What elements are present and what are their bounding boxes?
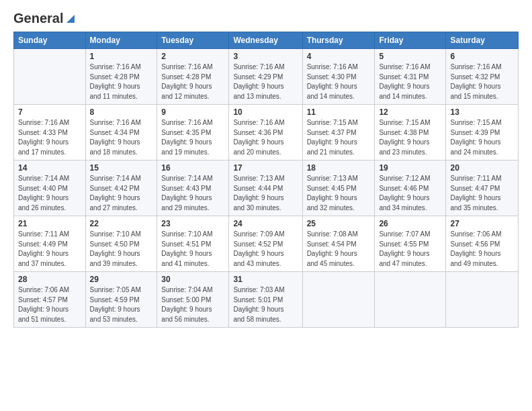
calendar-day-cell: 20Sunrise: 7:11 AMSunset: 4:47 PMDayligh…	[446, 161, 519, 216]
day-number: 10	[233, 107, 298, 117]
day-detail: Sunrise: 7:13 AMSunset: 4:45 PMDaylight:…	[307, 174, 371, 213]
day-number: 11	[307, 107, 371, 117]
calendar-day-cell: 17Sunrise: 7:13 AMSunset: 4:44 PMDayligh…	[229, 161, 302, 216]
day-detail: Sunrise: 7:04 AMSunset: 5:00 PMDaylight:…	[161, 285, 224, 324]
weekday-header-row: SundayMondayTuesdayWednesdayThursdayFrid…	[14, 32, 519, 49]
day-number: 5	[379, 52, 441, 61]
day-detail: Sunrise: 7:10 AMSunset: 4:51 PMDaylight:…	[161, 230, 224, 269]
day-number: 26	[379, 219, 441, 228]
day-number: 7	[18, 107, 81, 117]
day-number: 23	[161, 219, 224, 228]
calendar-day-cell: 27Sunrise: 7:06 AMSunset: 4:56 PMDayligh…	[446, 216, 519, 272]
day-detail: Sunrise: 7:16 AMSunset: 4:28 PMDaylight:…	[161, 62, 224, 101]
day-number: 30	[161, 275, 224, 284]
day-number: 25	[307, 219, 371, 228]
day-number: 21	[18, 219, 81, 228]
calendar-day-cell: 25Sunrise: 7:08 AMSunset: 4:54 PMDayligh…	[302, 216, 375, 272]
day-detail: Sunrise: 7:16 AMSunset: 4:29 PMDaylight:…	[233, 62, 298, 101]
day-number: 13	[450, 107, 514, 117]
day-detail: Sunrise: 7:13 AMSunset: 4:44 PMDaylight:…	[233, 174, 298, 213]
day-detail: Sunrise: 7:16 AMSunset: 4:30 PMDaylight:…	[307, 62, 371, 101]
logo-general: General	[13, 11, 63, 26]
day-detail: Sunrise: 7:06 AMSunset: 4:57 PMDaylight:…	[18, 285, 81, 324]
day-detail: Sunrise: 7:16 AMSunset: 4:35 PMDaylight:…	[161, 118, 224, 157]
logo: General	[13, 11, 76, 26]
day-number: 1	[90, 52, 153, 61]
day-detail: Sunrise: 7:16 AMSunset: 4:34 PMDaylight:…	[90, 118, 153, 157]
day-detail: Sunrise: 7:09 AMSunset: 4:52 PMDaylight:…	[233, 230, 298, 269]
calendar-day-cell: 26Sunrise: 7:07 AMSunset: 4:55 PMDayligh…	[375, 216, 446, 272]
calendar-day-cell: 3Sunrise: 7:16 AMSunset: 4:29 PMDaylight…	[229, 49, 302, 105]
calendar-day-cell: 5Sunrise: 7:16 AMSunset: 4:31 PMDaylight…	[375, 49, 446, 105]
day-detail: Sunrise: 7:15 AMSunset: 4:38 PMDaylight:…	[379, 118, 441, 157]
calendar-day-cell: 19Sunrise: 7:12 AMSunset: 4:46 PMDayligh…	[375, 161, 446, 216]
day-detail: Sunrise: 7:14 AMSunset: 4:42 PMDaylight:…	[90, 174, 153, 213]
page: General SundayMondayTuesdayWednesdayThur…	[0, 0, 532, 334]
calendar-week-row: 21Sunrise: 7:11 AMSunset: 4:49 PMDayligh…	[14, 216, 519, 272]
day-number: 18	[307, 163, 371, 173]
day-detail: Sunrise: 7:06 AMSunset: 4:56 PMDaylight:…	[450, 230, 514, 269]
day-number: 31	[233, 275, 298, 284]
calendar-week-row: 28Sunrise: 7:06 AMSunset: 4:57 PMDayligh…	[14, 272, 519, 328]
calendar-day-cell: 22Sunrise: 7:10 AMSunset: 4:50 PMDayligh…	[85, 216, 157, 272]
calendar-day-cell: 2Sunrise: 7:16 AMSunset: 4:28 PMDaylight…	[157, 49, 229, 105]
calendar-day-cell: 14Sunrise: 7:14 AMSunset: 4:40 PMDayligh…	[14, 161, 86, 216]
calendar-day-cell: 23Sunrise: 7:10 AMSunset: 4:51 PMDayligh…	[157, 216, 229, 272]
day-number: 16	[161, 163, 224, 173]
calendar-day-cell: 30Sunrise: 7:04 AMSunset: 5:00 PMDayligh…	[157, 272, 229, 328]
weekday-header-sunday: Sunday	[14, 32, 86, 49]
calendar-day-cell: 13Sunrise: 7:15 AMSunset: 4:39 PMDayligh…	[446, 105, 519, 161]
day-number: 22	[90, 219, 153, 228]
calendar-day-cell: 16Sunrise: 7:14 AMSunset: 4:43 PMDayligh…	[157, 161, 229, 216]
calendar-day-cell: 21Sunrise: 7:11 AMSunset: 4:49 PMDayligh…	[14, 216, 86, 272]
empty-cell	[446, 272, 519, 328]
day-detail: Sunrise: 7:07 AMSunset: 4:55 PMDaylight:…	[379, 230, 441, 269]
day-number: 19	[379, 163, 441, 173]
day-detail: Sunrise: 7:08 AMSunset: 4:54 PMDaylight:…	[307, 230, 371, 269]
day-number: 9	[161, 107, 224, 117]
calendar-day-cell: 6Sunrise: 7:16 AMSunset: 4:32 PMDaylight…	[446, 49, 519, 105]
calendar-day-cell: 10Sunrise: 7:16 AMSunset: 4:36 PMDayligh…	[229, 105, 302, 161]
day-detail: Sunrise: 7:15 AMSunset: 4:37 PMDaylight:…	[307, 118, 371, 157]
day-number: 17	[233, 163, 298, 173]
empty-cell	[375, 272, 446, 328]
calendar-day-cell: 18Sunrise: 7:13 AMSunset: 4:45 PMDayligh…	[302, 161, 375, 216]
day-number: 12	[379, 107, 441, 117]
weekday-header-monday: Monday	[85, 32, 157, 49]
calendar-day-cell: 12Sunrise: 7:15 AMSunset: 4:38 PMDayligh…	[375, 105, 446, 161]
calendar-week-row: 7Sunrise: 7:16 AMSunset: 4:33 PMDaylight…	[14, 105, 519, 161]
day-detail: Sunrise: 7:14 AMSunset: 4:43 PMDaylight:…	[161, 174, 224, 213]
day-number: 2	[161, 52, 224, 61]
weekday-header-saturday: Saturday	[446, 32, 519, 49]
weekday-header-friday: Friday	[375, 32, 446, 49]
day-number: 20	[450, 163, 514, 173]
day-number: 4	[307, 52, 371, 61]
logo-triangle-icon	[64, 13, 75, 24]
svg-marker-0	[66, 15, 75, 23]
day-detail: Sunrise: 7:16 AMSunset: 4:28 PMDaylight:…	[90, 62, 153, 101]
day-number: 15	[90, 163, 153, 173]
empty-cell	[302, 272, 375, 328]
calendar-day-cell: 15Sunrise: 7:14 AMSunset: 4:42 PMDayligh…	[85, 161, 157, 216]
day-detail: Sunrise: 7:16 AMSunset: 4:36 PMDaylight:…	[233, 118, 298, 157]
calendar-week-row: 1Sunrise: 7:16 AMSunset: 4:28 PMDaylight…	[14, 49, 519, 105]
day-detail: Sunrise: 7:16 AMSunset: 4:33 PMDaylight:…	[18, 118, 81, 157]
day-number: 29	[90, 275, 153, 284]
day-number: 14	[18, 163, 81, 173]
day-number: 8	[90, 107, 153, 117]
day-detail: Sunrise: 7:16 AMSunset: 4:31 PMDaylight:…	[379, 62, 441, 101]
day-detail: Sunrise: 7:11 AMSunset: 4:49 PMDaylight:…	[18, 230, 81, 269]
empty-cell	[14, 49, 86, 105]
day-detail: Sunrise: 7:05 AMSunset: 4:59 PMDaylight:…	[90, 285, 153, 324]
calendar-day-cell: 8Sunrise: 7:16 AMSunset: 4:34 PMDaylight…	[85, 105, 157, 161]
weekday-header-thursday: Thursday	[302, 32, 375, 49]
weekday-header-wednesday: Wednesday	[229, 32, 302, 49]
calendar-day-cell: 4Sunrise: 7:16 AMSunset: 4:30 PMDaylight…	[302, 49, 375, 105]
day-number: 24	[233, 219, 298, 228]
calendar-day-cell: 29Sunrise: 7:05 AMSunset: 4:59 PMDayligh…	[85, 272, 157, 328]
day-number: 28	[18, 275, 81, 284]
calendar-day-cell: 31Sunrise: 7:03 AMSunset: 5:01 PMDayligh…	[229, 272, 302, 328]
calendar-day-cell: 1Sunrise: 7:16 AMSunset: 4:28 PMDaylight…	[85, 49, 157, 105]
day-detail: Sunrise: 7:11 AMSunset: 4:47 PMDaylight:…	[450, 174, 514, 213]
day-detail: Sunrise: 7:12 AMSunset: 4:46 PMDaylight:…	[379, 174, 441, 213]
